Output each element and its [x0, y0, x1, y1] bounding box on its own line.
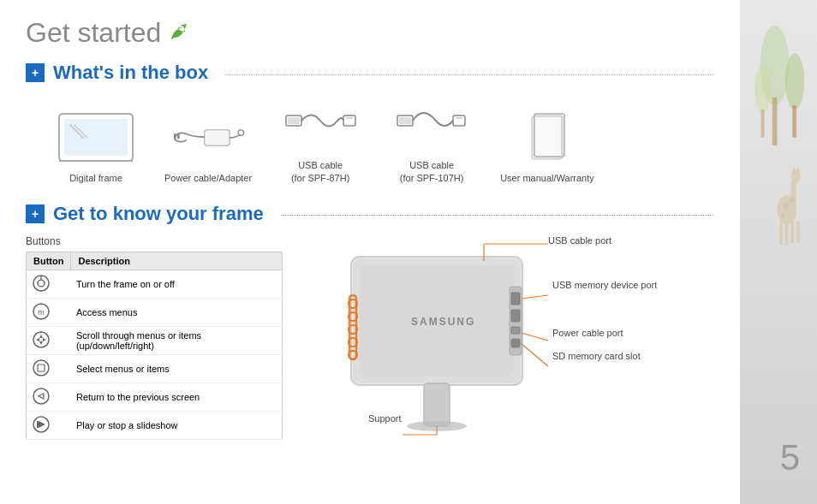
svg-rect-65	[511, 327, 520, 334]
svg-rect-52	[38, 365, 45, 371]
table-row: Scroll through menus or items (up/down/l…	[27, 326, 283, 354]
user-manual-icon	[504, 107, 590, 167]
buttons-label: Buttons	[26, 235, 283, 247]
svg-rect-14	[796, 221, 800, 243]
section1-icon: +	[26, 63, 45, 82]
svg-marker-47	[39, 335, 43, 338]
box-item-frame: Digital frame	[53, 107, 139, 185]
page-container: 5 Get started + What's in the box	[0, 0, 817, 504]
box-item-power: Power cable/Adapter	[164, 107, 252, 185]
section2-content: Buttons Button Description Tur	[26, 235, 714, 440]
svg-rect-27	[177, 133, 180, 139]
frame-back-svg: SAMSUNG	[325, 240, 582, 436]
button-icon-cell	[27, 354, 71, 382]
button-icon-cell	[27, 382, 71, 411]
buttons-table-area: Buttons Button Description Tur	[26, 235, 283, 440]
svg-rect-5	[761, 110, 765, 138]
section1-dots	[225, 74, 714, 75]
svg-marker-48	[39, 341, 43, 345]
button-icon-cell	[27, 326, 71, 354]
svg-point-8	[790, 169, 800, 183]
svg-marker-49	[36, 338, 39, 341]
table-desc-menu: Access menus	[71, 298, 283, 326]
table-row: m Access menus	[27, 298, 283, 326]
callout-usb-cable-port: USB cable port	[548, 235, 611, 246]
svg-point-53	[33, 388, 49, 404]
leaf-icon	[168, 20, 188, 47]
svg-point-15	[784, 203, 789, 210]
table-desc-play: Play or stop a slideshow	[71, 411, 283, 439]
svg-rect-63	[511, 293, 520, 305]
table-row: Turn the frame on or off	[27, 270, 283, 298]
table-row: Play or stop a slideshow	[27, 411, 283, 439]
right-panel: 5	[740, 0, 817, 504]
svg-rect-10	[797, 168, 799, 174]
svg-rect-35	[453, 116, 465, 126]
section2-header: + Get to know your frame	[26, 203, 714, 225]
svg-point-46	[33, 332, 49, 347]
svg-rect-13	[790, 221, 794, 243]
box-item-frame-label: Digital frame	[69, 172, 122, 185]
box-item-power-label: Power cable/Adapter	[164, 172, 252, 185]
svg-point-2	[785, 53, 805, 110]
svg-point-51	[33, 360, 49, 376]
table-header-description: Description	[71, 252, 283, 270]
svg-rect-19	[64, 119, 128, 156]
callout-power-cable-port: Power cable port	[552, 328, 623, 338]
table-header-button: Button	[27, 252, 71, 270]
svg-rect-66	[511, 339, 520, 347]
page-title: Get started	[26, 17, 714, 49]
svg-rect-7	[790, 181, 796, 214]
svg-line-76	[522, 295, 548, 299]
table-desc-power: Turn the frame on or off	[71, 270, 283, 298]
callout-usb-memory-port: USB memory device port	[552, 280, 657, 290]
svg-rect-12	[785, 221, 789, 245]
table-desc-scroll: Scroll through menus or items (up/down/l…	[71, 326, 283, 354]
callout-sd-card-slot: SD memory card slot	[552, 351, 641, 361]
table-desc-select: Select menus or items	[71, 354, 283, 382]
section1-header: + What's in the box	[26, 62, 714, 84]
svg-marker-55	[39, 421, 45, 428]
box-items: Digital frame	[26, 94, 714, 186]
svg-marker-50	[43, 338, 46, 341]
button-icon-cell: m	[27, 298, 71, 326]
svg-rect-26	[174, 133, 176, 139]
button-icon-cell	[27, 270, 71, 298]
svg-text:SAMSUNG: SAMSUNG	[411, 316, 475, 328]
svg-rect-56	[37, 421, 39, 428]
callout-support: Support	[368, 413, 402, 424]
svg-point-42	[38, 280, 45, 287]
page-title-text: Get started	[26, 17, 161, 49]
svg-rect-11	[779, 221, 783, 245]
svg-line-78	[522, 344, 548, 366]
section2-icon: +	[26, 205, 45, 223]
box-item-manual-label: User manual/Warranty	[500, 172, 594, 185]
svg-rect-31	[343, 116, 355, 126]
buttons-table: Button Description Turn the frame on or …	[26, 252, 283, 440]
box-item-usb1-label: USB cable (for SPF-87H)	[291, 159, 349, 186]
digital-frame-icon	[53, 107, 139, 167]
svg-rect-30	[288, 117, 300, 124]
box-item-usb1: USB cable (for SPF-87H)	[277, 94, 363, 186]
section1-title: What's in the box	[53, 62, 208, 84]
svg-rect-1	[772, 98, 778, 145]
svg-rect-9	[793, 168, 795, 174]
main-content: Get started + What's in the box	[0, 0, 740, 504]
svg-rect-38	[535, 115, 564, 156]
table-desc-back: Return to the previous screen	[71, 382, 283, 411]
svg-point-16	[790, 198, 795, 203]
svg-point-28	[238, 130, 244, 136]
svg-text:m: m	[38, 308, 45, 317]
box-item-manual: User manual/Warranty	[500, 107, 594, 185]
svg-line-77	[522, 333, 548, 341]
svg-point-4	[754, 65, 771, 113]
svg-rect-59	[424, 383, 450, 426]
svg-rect-34	[399, 117, 411, 124]
table-row: Return to the previous screen	[27, 382, 283, 411]
table-row: Select menus or items	[27, 354, 283, 382]
frame-diagram: SAMSUNG USB cable port USB memory device	[300, 235, 714, 440]
svg-rect-64	[511, 310, 520, 322]
page-number: 5	[780, 437, 800, 478]
button-icon-cell	[27, 411, 71, 439]
section2-dots	[281, 215, 714, 216]
